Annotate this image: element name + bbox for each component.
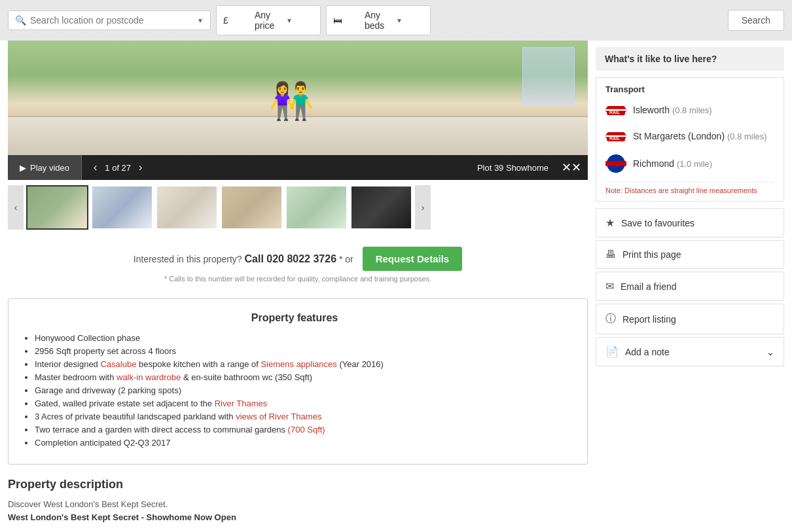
transport-section: Transport RAIL Isleworth (0.8 miles): [596, 77, 784, 202]
gallery-controls-bar: ▶ Play video ‹ 1 of 27 › Plot 39 Showhom…: [8, 155, 588, 180]
beds-icon: 🛏: [333, 15, 361, 26]
beds-label: Any beds: [365, 10, 392, 31]
add-note-button[interactable]: 📄 Add a note ⌄: [596, 337, 784, 366]
feature-link-siemens[interactable]: Siemens appliances: [261, 359, 336, 369]
feature-link-garden[interactable]: (700 Sqft): [288, 425, 325, 434]
feature-item-5: Garage and driveway (2 parking spots): [35, 385, 567, 395]
thumb-prev-button[interactable]: ‹: [8, 185, 24, 230]
contact-section: Interested in this property? Call 020 80…: [8, 235, 588, 289]
feature-text-6: Gated, walled private estate set adjacen…: [35, 399, 267, 408]
transport-item-isleworth: RAIL Isleworth (0.8 miles): [605, 101, 774, 119]
gallery-main-image: 👫: [8, 41, 588, 155]
gallery-counter: 1 of 27: [105, 163, 131, 173]
contact-disclaimer: * Calls to this number will be recorded …: [8, 275, 588, 283]
feature-item-7: 3 Acres of private beautiful landscaped …: [35, 412, 567, 421]
thumbnail-2[interactable]: [91, 185, 153, 230]
feature-text-4: Master bedroom with walk-in wardrobe & e…: [35, 372, 312, 382]
fullscreen-button[interactable]: ✕✕: [555, 160, 588, 175]
feature-item-8: Two terrace and a garden with direct acc…: [35, 425, 567, 434]
beds-chevron-icon: ▼: [396, 17, 423, 24]
search-dropdown-chevron[interactable]: ▼: [197, 17, 204, 24]
feature-text-2: 2956 Sqft property set across 4 floors: [35, 346, 176, 356]
price-dropdown[interactable]: £ Any price ▼: [216, 5, 321, 35]
save-favourites-button[interactable]: ★ Save to favourites: [596, 208, 784, 238]
feature-text-8: Two terrace and a garden with direct acc…: [35, 425, 325, 434]
thumbnail-6[interactable]: [350, 185, 412, 230]
transport-note: Note: Distances are straight line measur…: [605, 182, 774, 194]
contact-or: * or: [339, 254, 353, 264]
main-container: 👫 ▶ Play video ‹ 1 of 27 › Plot 39 Showh…: [0, 41, 792, 532]
note-text: Distances are straight line measurements: [624, 186, 757, 194]
feature-link-river1[interactable]: River Thames: [215, 399, 268, 408]
transport-title: Transport: [605, 84, 774, 94]
report-listing-button[interactable]: ⓘ Report listing: [596, 304, 784, 334]
search-icon: 🔍: [15, 15, 26, 26]
feature-text-3: Interior designed Casalube bespoke kitch…: [35, 359, 384, 369]
contact-prompt: Interested in this property?: [134, 254, 242, 264]
main-photo: 👫: [8, 41, 588, 155]
property-description-line1: Discover West London's Best Kept Secret.: [8, 498, 588, 511]
feature-link-river2[interactable]: views of River Thames: [236, 412, 321, 421]
right-panel: What's it like to live here? Transport R…: [596, 41, 792, 532]
beds-dropdown[interactable]: 🛏 Any beds ▼: [326, 5, 431, 35]
add-note-label: Add a note: [625, 347, 670, 357]
svg-rect-11: [608, 162, 624, 166]
price-chevron-icon: ▼: [286, 17, 314, 24]
contact-phone: Call 020 8022 3726: [244, 253, 336, 264]
feature-text-7: 3 Acres of private beautiful landscaped …: [35, 412, 321, 421]
star-icon: ★: [605, 217, 615, 229]
note-icon: 📄: [605, 346, 619, 358]
save-favourites-label: Save to favourites: [621, 218, 694, 228]
search-button[interactable]: Search: [728, 10, 784, 31]
thumbnail-5[interactable]: [285, 185, 348, 230]
svg-text:RAIL: RAIL: [609, 110, 621, 115]
thumb-next-button[interactable]: ›: [415, 185, 431, 230]
feature-item-6: Gated, walled private estate set adjacen…: [35, 399, 567, 408]
report-listing-label: Report listing: [622, 314, 676, 325]
features-box: Property features Honywood Collection ph…: [8, 298, 588, 465]
gallery-title: Plot 39 Showhome: [477, 163, 555, 173]
thumbnail-4[interactable]: [221, 185, 283, 230]
search-location-box: 🔍 ▼: [8, 10, 211, 30]
feature-item-3: Interior designed Casalube bespoke kitch…: [35, 359, 567, 369]
play-video-label: Play video: [30, 163, 69, 173]
search-input[interactable]: [30, 15, 193, 26]
play-video-button[interactable]: ▶ Play video: [8, 155, 82, 180]
station-name-richmond: Richmond (1.0 mile): [633, 158, 712, 169]
feature-item-9: Completion anticipated Q2-Q3 2017: [35, 438, 567, 448]
train-icon-stmargarets: RAIL: [605, 127, 626, 145]
gallery-prev-button[interactable]: ‹: [91, 162, 99, 173]
thumbnail-1[interactable]: [26, 185, 88, 230]
feature-item-2: 2956 Sqft property set across 4 floors: [35, 346, 567, 356]
report-icon: ⓘ: [605, 312, 616, 326]
email-friend-button[interactable]: ✉ Email a friend: [596, 272, 784, 301]
transport-item-stmargarets: RAIL St Margarets (London) (0.8 miles): [605, 127, 774, 145]
thumbnails-row: ‹ ›: [8, 180, 588, 235]
svg-text:RAIL: RAIL: [609, 136, 621, 141]
price-label: Any price: [255, 10, 282, 31]
feature-text-5: Garage and driveway (2 parking spots): [35, 385, 181, 395]
property-description-line2: West London's Best Kept Secret - Showhom…: [8, 511, 588, 524]
features-list: Honywood Collection phase 2956 Sqft prop…: [22, 333, 567, 448]
feature-link-wardrobe[interactable]: walk-in wardrobe: [117, 372, 181, 382]
gallery-navigation: ‹ 1 of 27 ›: [82, 162, 154, 173]
property-description-title: Property description: [8, 478, 588, 491]
price-icon: £: [223, 15, 251, 26]
email-friend-label: Email a friend: [621, 281, 677, 292]
thumbnail-3[interactable]: [156, 185, 218, 230]
tube-icon-richmond: [605, 153, 626, 174]
print-icon: 🖶: [605, 249, 616, 260]
print-page-button[interactable]: 🖶 Print this page: [596, 240, 784, 269]
transport-item-richmond: Richmond (1.0 mile): [605, 153, 774, 174]
property-description: Property description Discover West Londo…: [8, 478, 588, 523]
request-details-button[interactable]: Request Details: [363, 247, 463, 271]
note-label: Note:: [605, 186, 622, 194]
left-panel: 👫 ▶ Play video ‹ 1 of 27 › Plot 39 Showh…: [0, 41, 596, 532]
feature-item-1: Honywood Collection phase: [35, 333, 567, 343]
print-page-label: Print this page: [622, 249, 681, 260]
note-chevron-icon: ⌄: [766, 347, 774, 357]
gallery-next-button[interactable]: ›: [136, 162, 145, 173]
play-icon: ▶: [20, 163, 26, 173]
station-name-stmargarets: St Margarets (London) (0.8 miles): [633, 131, 767, 141]
feature-link-casalube[interactable]: Casalube: [100, 359, 136, 369]
